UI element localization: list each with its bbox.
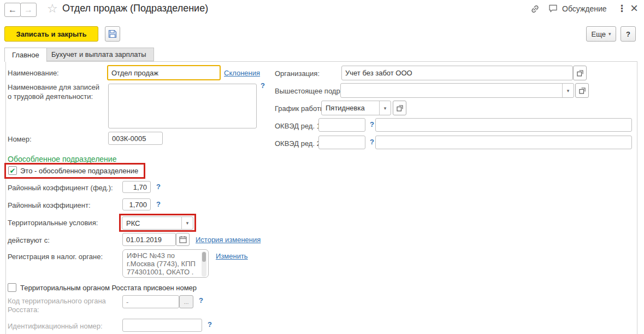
okved1-label: ОКВЭД ред. 1: [275,122,323,130]
floppy-disk-icon [108,30,117,38]
okved1-help-icon[interactable]: ? [370,120,374,128]
page-title: Отдел продаж (Подразделение) [62,3,208,14]
organization-input[interactable] [341,66,573,80]
separate-checkbox-label: Это - обособленное подразделение [20,167,138,175]
rosstat-code-more-button[interactable]: ... [179,295,193,308]
close-button[interactable]: × [630,1,638,16]
separate-section-header: Обособленное подразделение [8,155,116,163]
parent-open-button[interactable] [575,83,589,98]
chain-link-icon [530,4,540,14]
tax-reg-line3: 774301001, ОКАТО . [127,268,200,276]
tab-accounting-payroll[interactable]: Бухучет и выплата зарплаты [44,48,154,61]
valid-from-input[interactable] [122,233,176,246]
calendar-icon [179,236,187,243]
okved2-help-icon[interactable]: ? [370,138,374,146]
okved1-code-input[interactable] [318,118,365,132]
tax-reg-scrollbar-thumb[interactable] [202,252,206,262]
coef-fed-input[interactable] [122,181,151,193]
rosstat-checkbox[interactable] [8,283,16,292]
declensions-link[interactable]: Склонения [224,69,260,77]
valid-from-label: действуют с: [8,236,50,244]
separate-checkbox[interactable]: ✔ [8,166,17,175]
chat-bubble-icon [548,4,558,14]
work-name-label-line1: Наименование для записей [8,83,99,91]
schedule-value: Пятидневка [326,104,365,112]
tax-reg-line1: ИФНС №43 по [127,251,200,260]
menu-dots-button[interactable]: ⋮ [617,3,627,14]
tax-reg-change-link[interactable]: Изменить [216,252,248,260]
territorial-label: Территориальные условия: [8,219,98,227]
rosstat-code-help-icon[interactable]: ? [199,296,203,304]
calendar-button[interactable] [176,233,190,246]
organization-open-button[interactable] [573,66,587,80]
more-button[interactable]: Еще ▾ [586,26,616,42]
chevron-down-icon: ▾ [608,31,611,37]
help-button[interactable]: ? [621,26,636,42]
tax-reg-line2: г.Москва (7743), КПП [127,260,200,268]
work-name-textarea[interactable] [108,84,257,128]
work-name-help-icon[interactable]: ? [261,81,265,90]
rosstat-checkbox-label: Территориальным органом Росстата присвое… [20,284,197,292]
okved2-code-input[interactable] [318,136,365,149]
territorial-dropdown-arrow-icon[interactable]: ▾ [181,217,193,229]
id-number-help-icon[interactable]: ? [208,320,212,329]
save-button[interactable] [105,26,120,42]
tab-main[interactable]: Главное [4,48,47,62]
number-input[interactable] [108,132,163,145]
coef-fed-help-icon[interactable]: ? [156,183,161,191]
schedule-combo[interactable]: Пятидневка ▾ [321,101,391,115]
open-form-icon [579,87,586,94]
back-arrow-icon: ← [8,5,17,15]
organization-label: Организация: [275,69,320,78]
name-input[interactable] [107,65,221,80]
tax-reg-label: Регистрация в налог. органе: [8,253,103,261]
check-icon: ✔ [10,167,16,174]
save-close-button[interactable]: Записать и закрыть [4,26,98,42]
coef-label: Районный коэффициент: [8,201,91,209]
tab-accounting-label: Бухучет и выплата зарплаты [51,50,146,58]
tax-reg-scrollbar[interactable] [202,251,206,277]
open-form-icon [577,70,583,77]
parent-dropdown-arrow-icon[interactable]: ▾ [562,84,574,97]
forward-arrow-icon: → [24,5,33,15]
okved1-name-input[interactable] [375,118,632,132]
parent-subdivision-combo[interactable]: ▾ [340,83,574,98]
forward-button[interactable]: → [20,3,37,17]
coef-help-icon[interactable]: ? [156,200,161,208]
territorial-select[interactable]: РКС ▾ [122,216,193,230]
save-close-label: Записать и закрыть [16,30,87,38]
number-label: Номер: [8,135,32,143]
favorite-star-icon[interactable]: ☆ [47,2,58,16]
window-subdivision-form: ← → ☆ Отдел продаж (Подразделение) Обсуж… [0,0,644,334]
change-history-link[interactable]: История изменения [196,236,261,244]
id-number-label: Идентификационный номер: [8,322,103,330]
coef-fed-label: Районный коэффициент (фед.): [8,184,113,192]
coef-input[interactable] [122,198,151,210]
tab-main-label: Главное [12,51,39,59]
schedule-open-button[interactable] [393,101,406,115]
rosstat-code-input[interactable] [122,295,179,308]
rosstat-code-label-line1: Код территориального органа [8,297,106,305]
open-form-icon [397,105,403,112]
more-label: Еще [592,30,606,38]
discussion-label: Обсуждение [562,4,607,13]
territorial-value: РКС [126,219,140,227]
work-name-label-line2: о трудовой деятельности: [8,92,93,101]
name-label: Наименование: [8,69,59,77]
schedule-label: График работы: [275,104,327,113]
okved2-name-input[interactable] [375,136,632,149]
id-number-input[interactable] [122,319,202,332]
rosstat-code-label-line2: Росстата: [8,306,39,314]
back-button[interactable]: ← [4,3,21,17]
discussion-button[interactable]: Обсуждение [548,4,607,14]
schedule-dropdown-arrow-icon[interactable]: ▾ [379,101,391,115]
get-link-button[interactable] [530,4,540,14]
tax-reg-box: ИФНС №43 по г.Москва (7743), КПП 7743010… [122,249,209,278]
okved2-label: ОКВЭД ред. 2: [275,139,323,148]
